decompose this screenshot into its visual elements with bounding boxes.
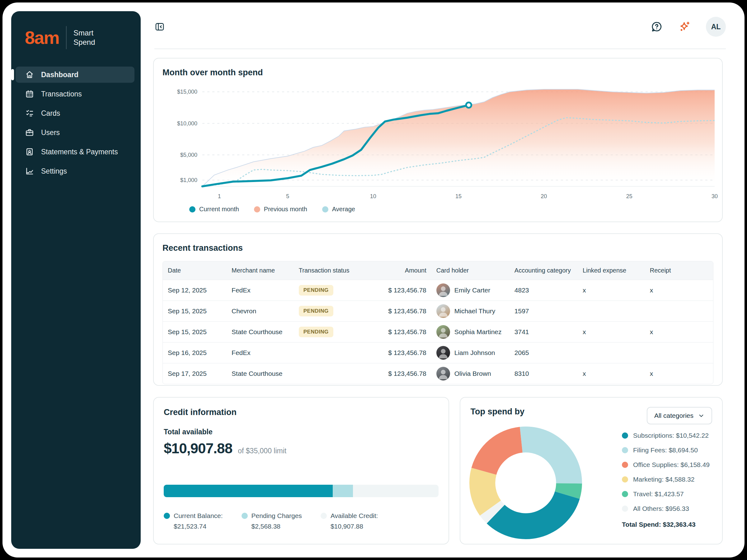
- sidebar-item-users[interactable]: Users: [16, 125, 134, 141]
- top-spend-legend-text: Office Supplies: $6,158.49: [633, 461, 710, 469]
- main-area: AL Month over month spend $1,000$5,000$1…: [141, 5, 742, 555]
- legend-label: Average: [332, 206, 355, 213]
- cell-date: Sep 12, 2025: [163, 280, 227, 301]
- table-row[interactable]: Sep 16, 2025FedEx$ 123,456.78Liam Johnso…: [163, 343, 713, 364]
- bottom-row: Credit information Total available $10,9…: [153, 397, 723, 544]
- category-filter-label: All categories: [654, 412, 693, 419]
- top-spend-card: Top spend by All categories Subscription…: [460, 397, 723, 544]
- cell-card-holder: Emily Carter: [431, 280, 510, 301]
- sidebar-item-cards[interactable]: Cards: [16, 105, 134, 121]
- svg-text:10: 10: [370, 193, 376, 199]
- checklist-icon: [25, 109, 34, 118]
- transactions-card: Recent transactions DateMerchant nameTra…: [153, 233, 723, 386]
- home-icon: [25, 70, 34, 79]
- cell-accounting-category: 8310: [510, 364, 578, 384]
- cell-status: [294, 343, 363, 364]
- legend-dot: [622, 432, 628, 439]
- card-holder-name: Emily Carter: [455, 287, 491, 294]
- cell-linked-expense: [578, 301, 645, 322]
- cell-status: [294, 364, 363, 384]
- cell-amount: $ 123,456.78: [363, 301, 431, 322]
- user-avatar[interactable]: AL: [706, 17, 726, 37]
- cell-linked-expense: x: [578, 322, 645, 343]
- credit-utilization-bar: [164, 485, 439, 497]
- credit-bar-segment-current-balance-: [164, 485, 333, 497]
- column-header-card-holder: Card holder: [431, 261, 510, 280]
- avatar: [436, 346, 450, 359]
- card-holder-name: Olivia Brown: [455, 370, 491, 377]
- avatar: [436, 325, 450, 339]
- cell-linked-expense: x: [578, 364, 645, 384]
- transactions-title: Recent transactions: [162, 243, 713, 253]
- table-row[interactable]: Sep 15, 2025ChevronPENDING$ 123,456.78Mi…: [163, 301, 713, 322]
- briefcase-icon: [25, 128, 34, 137]
- status-badge: PENDING: [299, 327, 333, 337]
- credit-legend-label: Pending Charges: [252, 512, 302, 519]
- card-holder-name: Liam Johnson: [455, 349, 495, 356]
- sidebar-item-settings[interactable]: Settings: [16, 163, 134, 179]
- donut-segment-filing-fees: [520, 427, 582, 483]
- legend-dot: [320, 513, 327, 519]
- cell-receipt: [645, 301, 713, 322]
- status-badge: PENDING: [299, 285, 333, 296]
- cell-amount: $ 123,456.78: [363, 364, 431, 384]
- category-filter-dropdown[interactable]: All categories: [647, 407, 712, 424]
- column-header-linked-expense: Linked expense: [578, 261, 645, 280]
- legend-dot: [241, 513, 248, 519]
- ai-assistant-button[interactable]: [678, 20, 691, 33]
- collapse-sidebar-button[interactable]: [154, 22, 165, 32]
- chevron-down-icon: [698, 412, 705, 419]
- cell-card-holder: Michael Thury: [431, 301, 510, 322]
- svg-text:25: 25: [626, 193, 633, 199]
- logo-divider: [66, 26, 67, 49]
- cell-receipt: [645, 343, 713, 364]
- credit-legend-item-2: Available Credit:$10,907.88: [320, 512, 378, 530]
- cell-merchant: State Courthouse: [227, 322, 294, 343]
- legend-dot: [622, 462, 628, 468]
- logo-product-name: Smart Spend: [74, 28, 95, 47]
- column-header-amount: Amount: [363, 261, 431, 280]
- cell-status: PENDING: [294, 322, 363, 343]
- svg-text:30: 30: [712, 193, 718, 199]
- month-over-month-chart: $1,000$5,000$10,000$15,000151015202530: [162, 77, 719, 204]
- table-row[interactable]: Sep 12, 2025FedExPENDING$ 123,456.78Emil…: [163, 280, 713, 301]
- legend-dot: [189, 206, 196, 212]
- sidebar-item-label: Settings: [41, 167, 67, 176]
- sidebar-item-dashboard[interactable]: Dashboard: [16, 66, 134, 83]
- credit-available-amount: $10,907.88: [164, 440, 232, 457]
- table-row[interactable]: Sep 17, 2025State Courthouse$ 123,456.78…: [163, 364, 713, 384]
- top-spend-legend-text: Subscriptions: $10,542.22: [633, 432, 709, 439]
- help-button[interactable]: [650, 21, 663, 33]
- chart-icon: [25, 166, 34, 176]
- legend-dot: [322, 206, 328, 212]
- sidebar-item-transactions[interactable]: Transactions: [16, 86, 134, 102]
- legend-dot: [254, 206, 260, 212]
- sidebar-item-label: Transactions: [41, 90, 82, 98]
- cell-linked-expense: [578, 343, 645, 364]
- table-row[interactable]: Sep 15, 2025State CourthousePENDING$ 123…: [163, 322, 713, 343]
- svg-text:$15,000: $15,000: [177, 89, 197, 95]
- credit-legend-value: $10,907.88: [331, 523, 378, 530]
- cell-card-holder: Sophia Martinez: [431, 322, 510, 343]
- legend-dot: [164, 513, 170, 519]
- cell-date: Sep 16, 2025: [163, 343, 227, 364]
- sparkle-icon: [678, 20, 691, 33]
- cell-merchant: State Courthouse: [227, 364, 294, 384]
- credit-legend-value: $21,523.74: [174, 523, 223, 530]
- sidebar-item-statements-payments[interactable]: Statements & Payments: [16, 144, 134, 160]
- spend-chart-card: Month over month spend $1,000$5,000$10,0…: [153, 58, 723, 222]
- status-badge: PENDING: [299, 306, 333, 316]
- top-spend-donut-chart: [468, 425, 584, 541]
- cell-amount: $ 123,456.78: [363, 322, 431, 343]
- legend-item-previous-month: Previous month: [254, 206, 307, 213]
- card-holder-name: Sophia Martinez: [455, 328, 502, 336]
- legend-dot: [622, 447, 628, 453]
- table-header-row: DateMerchant nameTransaction statusAmoun…: [163, 261, 713, 280]
- sidebar-nav: DashboardTransactionsCardsUsersStatement…: [11, 66, 141, 179]
- column-header-merchant-name: Merchant name: [227, 261, 294, 280]
- top-spend-legend-item-all-others: All Others: $956.33: [622, 505, 710, 512]
- collapse-sidebar-icon: [154, 22, 165, 32]
- topbar: AL: [154, 5, 726, 49]
- sidebar: 8am Smart Spend DashboardTransactionsCar…: [11, 11, 141, 549]
- help-icon: [650, 21, 663, 33]
